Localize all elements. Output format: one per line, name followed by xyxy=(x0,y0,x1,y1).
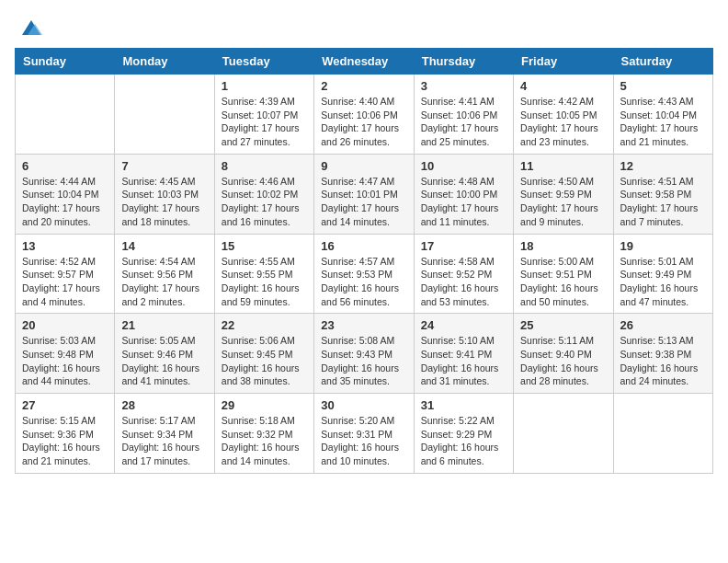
day-info: Sunrise: 5:18 AM Sunset: 9:32 PM Dayligh… xyxy=(222,414,307,468)
day-info: Sunrise: 4:51 AM Sunset: 9:58 PM Dayligh… xyxy=(620,175,706,229)
day-number: 26 xyxy=(620,318,706,332)
calendar-cell xyxy=(16,75,115,155)
day-number: 16 xyxy=(321,239,406,253)
day-info: Sunrise: 5:11 AM Sunset: 9:40 PM Dayligh… xyxy=(520,334,606,388)
day-number: 24 xyxy=(421,318,506,332)
calendar-cell: 28Sunrise: 5:17 AM Sunset: 9:34 PM Dayli… xyxy=(115,394,214,474)
day-number: 25 xyxy=(520,318,606,332)
day-info: Sunrise: 4:55 AM Sunset: 9:55 PM Dayligh… xyxy=(222,255,307,309)
day-info: Sunrise: 4:42 AM Sunset: 10:05 PM Daylig… xyxy=(520,95,606,149)
day-number: 14 xyxy=(121,239,207,253)
day-info: Sunrise: 5:20 AM Sunset: 9:31 PM Dayligh… xyxy=(321,414,406,468)
calendar-week-row: 27Sunrise: 5:15 AM Sunset: 9:36 PM Dayli… xyxy=(16,394,713,474)
day-number: 4 xyxy=(520,79,606,93)
calendar-cell: 11Sunrise: 4:50 AM Sunset: 9:59 PM Dayli… xyxy=(514,154,613,234)
calendar-cell: 26Sunrise: 5:13 AM Sunset: 9:38 PM Dayli… xyxy=(613,314,712,394)
day-info: Sunrise: 4:44 AM Sunset: 10:04 PM Daylig… xyxy=(22,175,108,229)
calendar-cell: 16Sunrise: 4:57 AM Sunset: 9:53 PM Dayli… xyxy=(314,234,414,314)
calendar-day-header: Wednesday xyxy=(314,49,414,75)
calendar-cell: 19Sunrise: 5:01 AM Sunset: 9:49 PM Dayli… xyxy=(613,234,712,314)
calendar-day-header: Thursday xyxy=(414,49,513,75)
day-number: 10 xyxy=(421,159,506,173)
day-number: 22 xyxy=(222,318,307,332)
day-number: 12 xyxy=(620,159,706,173)
calendar-cell xyxy=(613,394,712,474)
day-number: 21 xyxy=(121,318,207,332)
calendar-week-row: 20Sunrise: 5:03 AM Sunset: 9:48 PM Dayli… xyxy=(16,314,713,394)
day-number: 13 xyxy=(22,239,108,253)
day-info: Sunrise: 5:00 AM Sunset: 9:51 PM Dayligh… xyxy=(520,255,606,309)
day-info: Sunrise: 4:43 AM Sunset: 10:04 PM Daylig… xyxy=(620,95,706,149)
day-number: 29 xyxy=(222,398,307,412)
calendar-week-row: 6Sunrise: 4:44 AM Sunset: 10:04 PM Dayli… xyxy=(16,154,713,234)
day-info: Sunrise: 4:50 AM Sunset: 9:59 PM Dayligh… xyxy=(520,175,606,229)
calendar-cell: 27Sunrise: 5:15 AM Sunset: 9:36 PM Dayli… xyxy=(16,394,115,474)
calendar-cell: 6Sunrise: 4:44 AM Sunset: 10:04 PM Dayli… xyxy=(16,154,115,234)
day-info: Sunrise: 5:06 AM Sunset: 9:45 PM Dayligh… xyxy=(222,334,307,388)
day-info: Sunrise: 4:40 AM Sunset: 10:06 PM Daylig… xyxy=(321,95,406,149)
day-info: Sunrise: 4:48 AM Sunset: 10:00 PM Daylig… xyxy=(421,175,506,229)
day-info: Sunrise: 5:10 AM Sunset: 9:41 PM Dayligh… xyxy=(421,334,506,388)
calendar-day-header: Saturday xyxy=(613,49,712,75)
calendar-cell: 23Sunrise: 5:08 AM Sunset: 9:43 PM Dayli… xyxy=(314,314,414,394)
day-info: Sunrise: 5:05 AM Sunset: 9:46 PM Dayligh… xyxy=(121,334,207,388)
calendar-cell: 5Sunrise: 4:43 AM Sunset: 10:04 PM Dayli… xyxy=(613,75,712,155)
day-info: Sunrise: 5:17 AM Sunset: 9:34 PM Dayligh… xyxy=(121,414,207,468)
day-number: 30 xyxy=(321,398,406,412)
day-info: Sunrise: 4:39 AM Sunset: 10:07 PM Daylig… xyxy=(222,95,307,149)
day-info: Sunrise: 5:13 AM Sunset: 9:38 PM Dayligh… xyxy=(620,334,706,388)
day-number: 8 xyxy=(222,159,307,173)
calendar-cell: 30Sunrise: 5:20 AM Sunset: 9:31 PM Dayli… xyxy=(314,394,414,474)
day-number: 19 xyxy=(620,239,706,253)
calendar-day-header: Monday xyxy=(115,49,214,75)
calendar-cell xyxy=(115,75,214,155)
logo-icon xyxy=(18,15,44,40)
calendar-day-header: Sunday xyxy=(16,49,115,75)
day-info: Sunrise: 5:01 AM Sunset: 9:49 PM Dayligh… xyxy=(620,255,706,309)
calendar-cell: 21Sunrise: 5:05 AM Sunset: 9:46 PM Dayli… xyxy=(115,314,214,394)
calendar-cell: 17Sunrise: 4:58 AM Sunset: 9:52 PM Dayli… xyxy=(414,234,513,314)
day-number: 3 xyxy=(421,79,506,93)
day-info: Sunrise: 5:22 AM Sunset: 9:29 PM Dayligh… xyxy=(421,414,506,468)
day-number: 18 xyxy=(520,239,606,253)
calendar-cell: 9Sunrise: 4:47 AM Sunset: 10:01 PM Dayli… xyxy=(314,154,414,234)
calendar-cell: 7Sunrise: 4:45 AM Sunset: 10:03 PM Dayli… xyxy=(115,154,214,234)
day-number: 2 xyxy=(321,79,406,93)
day-info: Sunrise: 4:46 AM Sunset: 10:02 PM Daylig… xyxy=(222,175,307,229)
calendar-cell: 12Sunrise: 4:51 AM Sunset: 9:58 PM Dayli… xyxy=(613,154,712,234)
calendar-cell: 10Sunrise: 4:48 AM Sunset: 10:00 PM Dayl… xyxy=(414,154,513,234)
calendar-cell: 2Sunrise: 4:40 AM Sunset: 10:06 PM Dayli… xyxy=(314,75,414,155)
day-number: 23 xyxy=(321,318,406,332)
calendar-cell: 8Sunrise: 4:46 AM Sunset: 10:02 PM Dayli… xyxy=(214,154,313,234)
day-number: 6 xyxy=(22,159,108,173)
calendar-cell: 18Sunrise: 5:00 AM Sunset: 9:51 PM Dayli… xyxy=(514,234,613,314)
calendar-cell: 24Sunrise: 5:10 AM Sunset: 9:41 PM Dayli… xyxy=(414,314,513,394)
calendar-cell: 3Sunrise: 4:41 AM Sunset: 10:06 PM Dayli… xyxy=(414,75,513,155)
day-number: 31 xyxy=(421,398,506,412)
page-header xyxy=(15,15,713,40)
day-number: 20 xyxy=(22,318,108,332)
calendar-cell: 14Sunrise: 4:54 AM Sunset: 9:56 PM Dayli… xyxy=(115,234,214,314)
day-number: 15 xyxy=(222,239,307,253)
day-info: Sunrise: 4:52 AM Sunset: 9:57 PM Dayligh… xyxy=(22,255,108,309)
day-info: Sunrise: 4:45 AM Sunset: 10:03 PM Daylig… xyxy=(121,175,207,229)
day-number: 28 xyxy=(121,398,207,412)
calendar-cell: 15Sunrise: 4:55 AM Sunset: 9:55 PM Dayli… xyxy=(214,234,313,314)
calendar-cell: 1Sunrise: 4:39 AM Sunset: 10:07 PM Dayli… xyxy=(214,75,313,155)
calendar-cell: 13Sunrise: 4:52 AM Sunset: 9:57 PM Dayli… xyxy=(16,234,115,314)
day-number: 1 xyxy=(222,79,307,93)
calendar-day-header: Friday xyxy=(514,49,613,75)
day-info: Sunrise: 5:08 AM Sunset: 9:43 PM Dayligh… xyxy=(321,334,406,388)
calendar-day-header: Tuesday xyxy=(214,49,313,75)
day-number: 9 xyxy=(321,159,406,173)
calendar-cell: 22Sunrise: 5:06 AM Sunset: 9:45 PM Dayli… xyxy=(214,314,313,394)
day-info: Sunrise: 5:03 AM Sunset: 9:48 PM Dayligh… xyxy=(22,334,108,388)
day-info: Sunrise: 4:41 AM Sunset: 10:06 PM Daylig… xyxy=(421,95,506,149)
calendar-week-row: 1Sunrise: 4:39 AM Sunset: 10:07 PM Dayli… xyxy=(16,75,713,155)
day-info: Sunrise: 4:58 AM Sunset: 9:52 PM Dayligh… xyxy=(421,255,506,309)
calendar-cell: 20Sunrise: 5:03 AM Sunset: 9:48 PM Dayli… xyxy=(16,314,115,394)
day-info: Sunrise: 4:54 AM Sunset: 9:56 PM Dayligh… xyxy=(121,255,207,309)
calendar-cell: 29Sunrise: 5:18 AM Sunset: 9:32 PM Dayli… xyxy=(214,394,313,474)
calendar-cell: 31Sunrise: 5:22 AM Sunset: 9:29 PM Dayli… xyxy=(414,394,513,474)
calendar-cell xyxy=(514,394,613,474)
